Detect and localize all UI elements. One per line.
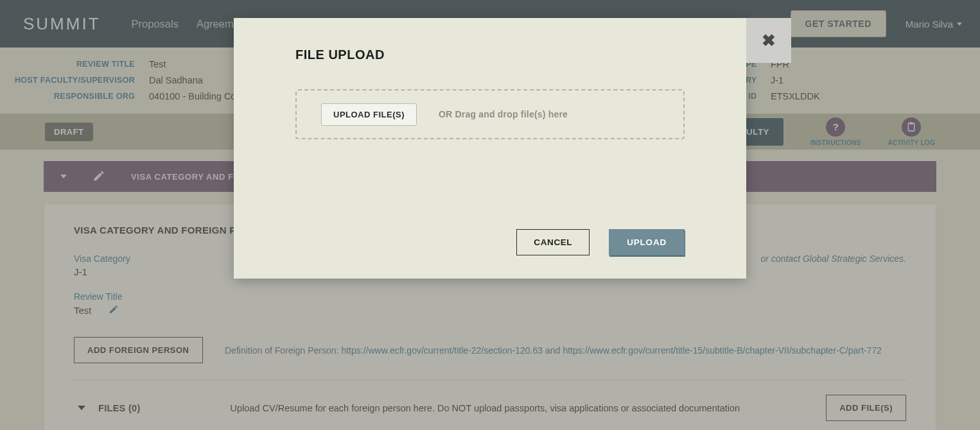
upload-files-chip[interactable]: UPLOAD FILE(S) <box>321 103 417 126</box>
file-upload-modal: ✖ FILE UPLOAD UPLOAD FILE(S) OR Drag and… <box>234 18 746 279</box>
upload-button[interactable]: UPLOAD <box>609 229 685 255</box>
drop-instruction: OR Drag and drop file(s) here <box>439 109 568 119</box>
dropzone[interactable]: UPLOAD FILE(S) OR Drag and drop file(s) … <box>295 89 685 139</box>
close-button[interactable]: ✖ <box>746 18 791 63</box>
cancel-button[interactable]: CANCEL <box>516 229 590 255</box>
close-icon: ✖ <box>762 31 776 51</box>
modal-overlay: ✖ FILE UPLOAD UPLOAD FILE(S) OR Drag and… <box>0 0 980 430</box>
modal-title: FILE UPLOAD <box>295 47 685 62</box>
